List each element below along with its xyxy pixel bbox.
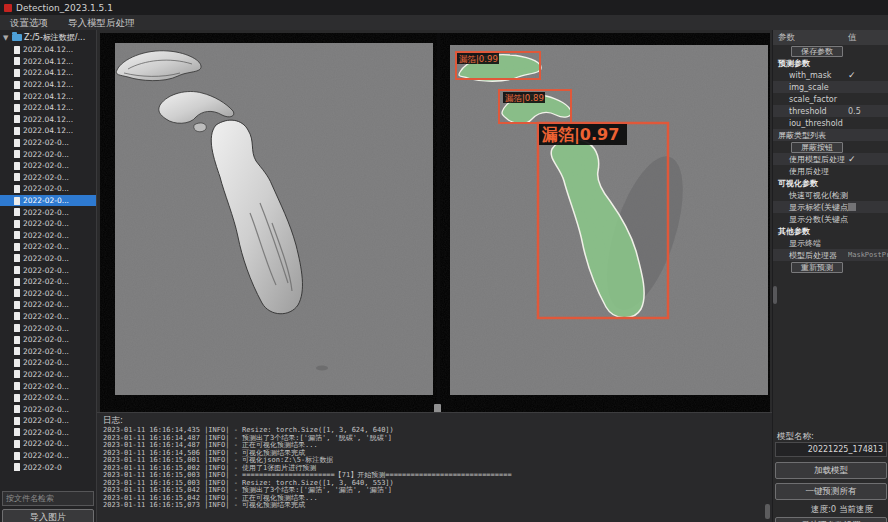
- file-name: 2022-02-0...: [23, 335, 69, 344]
- tree-item[interactable]: 2022-02-0...: [0, 415, 97, 427]
- tree-item[interactable]: 2022-02-0...: [0, 369, 97, 381]
- tree-item[interactable]: 2022.04.12...: [0, 56, 97, 68]
- file-name: 2022.04.12...: [23, 92, 73, 101]
- log-scrollbar[interactable]: [765, 427, 770, 521]
- menu-bar: 设置选项 导入模型后处理: [0, 15, 888, 30]
- tree-item[interactable]: 2022-02-0: [0, 461, 97, 473]
- log-line: 2023-01-11 16:16:15,073 |INFO| - 可视化预测结果…: [103, 502, 772, 510]
- tree-item[interactable]: 2022-02-0...: [0, 438, 97, 450]
- param-row[interactable]: 屏蔽类型列表: [773, 129, 888, 141]
- param-row[interactable]: scale_factor: [773, 93, 888, 105]
- tree-item[interactable]: 2022-02-0...: [0, 160, 97, 172]
- param-button-row: 保存参数: [773, 45, 888, 57]
- param-row[interactable]: 显示标签(关键点): [773, 201, 888, 213]
- load-model-button[interactable]: 加载模型: [775, 462, 887, 479]
- file-icon: [14, 69, 20, 77]
- file-name: 2022-02-0...: [23, 266, 69, 275]
- tree-item[interactable]: 2022.04.12...: [0, 102, 97, 114]
- import-images-button[interactable]: 导入图片: [2, 509, 94, 522]
- tree-item[interactable]: 2022.04.12...: [0, 90, 97, 102]
- param-row[interactable]: img_scale: [773, 81, 888, 93]
- param-row[interactable]: threshold0.5: [773, 105, 888, 117]
- file-icon: [14, 104, 20, 112]
- tree-item[interactable]: 2022-02-0...: [0, 299, 97, 311]
- postprocess-settings-button[interactable]: 后处理参数设置: [775, 517, 887, 522]
- menu-item-import-postprocess[interactable]: 导入模型后处理: [58, 15, 145, 30]
- checkbox-checked[interactable]: ✓: [848, 154, 888, 164]
- file-name: 2022.04.12...: [23, 103, 73, 112]
- tree-item[interactable]: 2022-02-0...: [0, 450, 97, 462]
- tree-item[interactable]: 2022-02-0...: [0, 276, 97, 288]
- tree-item[interactable]: 2022-02-0...: [0, 264, 97, 276]
- tree-item[interactable]: 2022-02-0...: [0, 206, 97, 218]
- tree-item[interactable]: 2022-02-0...: [0, 253, 97, 265]
- file-name: 2022-02-0...: [23, 439, 69, 448]
- tree-item[interactable]: 2022-02-0...: [0, 311, 97, 323]
- tree-item[interactable]: 2022-02-0...: [0, 241, 97, 253]
- title-bar: Detection_2023.1.5.1: [0, 0, 888, 15]
- file-name: 2022.04.12...: [23, 115, 73, 124]
- log-area: 日志: 2023-01-11 16:16:14,435 |INFO| - Res…: [97, 412, 772, 522]
- file-icon: [14, 208, 20, 216]
- param-button[interactable]: 重新预测: [791, 262, 843, 273]
- tree-item[interactable]: 2022-02-0...: [0, 218, 97, 230]
- param-button[interactable]: 屏蔽按钮: [791, 142, 843, 153]
- tree-item[interactable]: 2022.04.12...: [0, 44, 97, 56]
- tree-item[interactable]: 2022.04.12...: [0, 67, 97, 79]
- panel-scrollbar-thumb[interactable]: [773, 286, 777, 304]
- tree-item[interactable]: 2022-02-0...: [0, 148, 97, 160]
- param-row[interactable]: iou_threshold: [773, 117, 888, 129]
- file-name: 2022-02-0...: [23, 324, 69, 333]
- file-icon: [14, 139, 20, 147]
- tree-item[interactable]: 2022-02-0...: [0, 172, 97, 184]
- model-name-field[interactable]: 20221225_174813: [775, 442, 887, 457]
- tree-item[interactable]: 2022-02-0...: [0, 183, 97, 195]
- tree-item[interactable]: 2022.04.12...: [0, 79, 97, 91]
- file-name: 2022.04.12...: [23, 45, 73, 54]
- tree-item[interactable]: 2022-02-0...: [0, 230, 97, 242]
- prediction-image-canvas[interactable]: 漏箔|0.99 漏箔|0.89 漏箔|0.97: [440, 33, 770, 412]
- checkbox-unchecked[interactable]: [848, 203, 856, 211]
- log-scrollbar-thumb[interactable]: [765, 504, 770, 519]
- tree-item[interactable]: 2022.04.12...: [0, 125, 97, 137]
- file-icon: [14, 185, 20, 193]
- tree-item[interactable]: 2022-02-0...: [0, 392, 97, 404]
- param-section-header: 可视化参数: [773, 177, 888, 189]
- param-row[interactable]: with_mask✓: [773, 69, 888, 81]
- param-row[interactable]: 显示分数(关键点): [773, 213, 888, 225]
- param-row[interactable]: 模型后处理器MaskPostPro: [773, 249, 888, 261]
- param-row[interactable]: 使用模型后处理✓: [773, 153, 888, 165]
- tree-root[interactable]: ▼ Z:/5-标注数据/...: [0, 31, 97, 44]
- predict-all-button[interactable]: 一键预测所有: [775, 483, 887, 500]
- tree-item[interactable]: 2022-02-0...: [0, 345, 97, 357]
- tree-item[interactable]: 2022-02-0...: [0, 334, 97, 346]
- param-name: img_scale: [773, 83, 848, 92]
- original-image-canvas[interactable]: [100, 33, 437, 412]
- window-title: Detection_2023.1.5.1: [16, 3, 113, 13]
- menu-item-settings[interactable]: 设置选项: [0, 15, 58, 30]
- tree-item[interactable]: 2022-02-0...: [0, 322, 97, 334]
- file-name: 2022-02-0...: [23, 150, 69, 159]
- checkbox-checked[interactable]: ✓: [848, 70, 888, 80]
- param-button[interactable]: 保存参数: [791, 46, 843, 57]
- file-name: 2022.04.12...: [23, 80, 73, 89]
- tree-item[interactable]: 2022-02-0...: [0, 287, 97, 299]
- file-icon: [14, 440, 20, 448]
- tree-item[interactable]: 2022.04.12...: [0, 114, 97, 126]
- search-input[interactable]: [2, 491, 94, 506]
- tree-item[interactable]: 2022-02-0...: [0, 380, 97, 392]
- file-tree-items: 2022.04.12...2022.04.12...2022.04.12...2…: [0, 44, 97, 473]
- file-icon: [14, 278, 20, 286]
- tree-item[interactable]: 2022-02-0...: [0, 357, 97, 369]
- file-icon: [14, 81, 20, 89]
- param-row[interactable]: 快速可视化(检测): [773, 189, 888, 201]
- file-tree-panel: ▼ Z:/5-标注数据/... 2022.04.12...2022.04.12.…: [0, 30, 97, 522]
- param-value[interactable]: [848, 202, 888, 213]
- param-row[interactable]: 使用后处理: [773, 165, 888, 177]
- file-icon: [14, 382, 20, 390]
- param-row[interactable]: 显示终端: [773, 237, 888, 249]
- tree-item[interactable]: 2022-02-0...: [0, 427, 97, 439]
- tree-item[interactable]: 2022-02-0...: [0, 403, 97, 415]
- tree-item[interactable]: 2022-02-0...: [0, 137, 97, 149]
- tree-item[interactable]: 2022-02-0...: [0, 195, 97, 207]
